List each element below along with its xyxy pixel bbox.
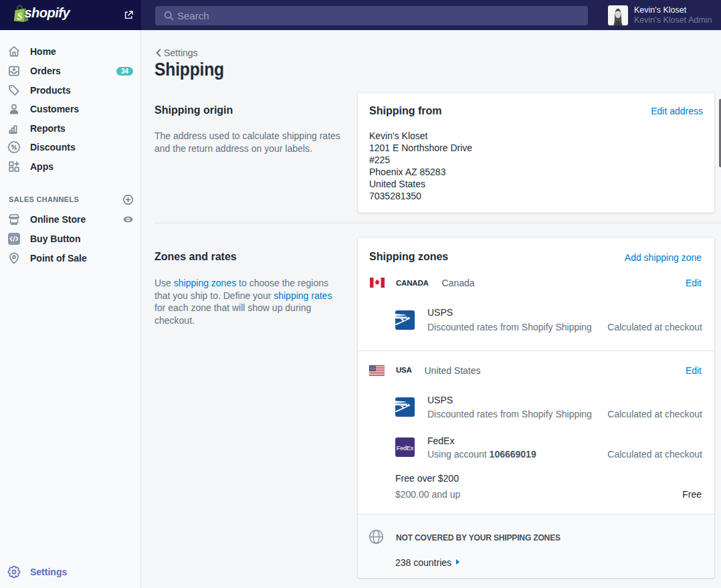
svg-text:S: S bbox=[17, 11, 23, 21]
svg-text:FedEx: FedEx bbox=[397, 445, 414, 452]
